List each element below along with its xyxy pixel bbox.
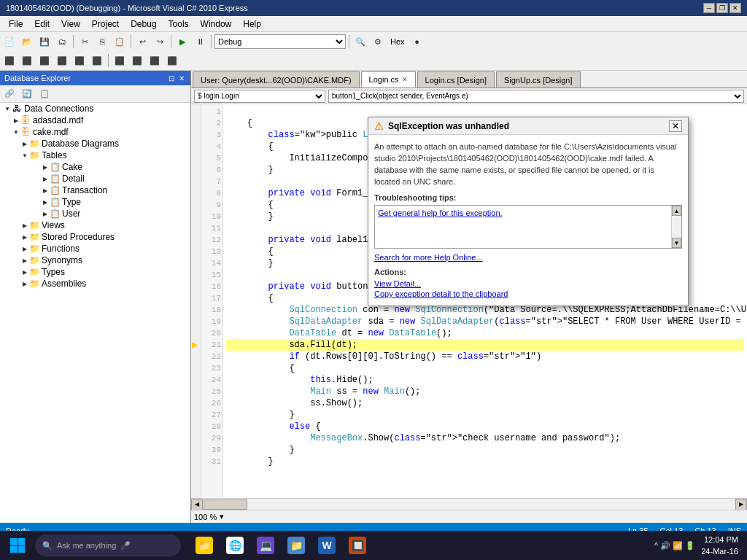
scroll-thumb[interactable] — [204, 499, 247, 510]
pause-btn[interactable]: ⏸ — [192, 34, 208, 50]
copy-exception-link[interactable]: Copy exception detail to the clipboard — [374, 289, 682, 298]
restore-button[interactable]: ❐ — [716, 3, 728, 13]
tb2-4[interactable]: ⬛ — [54, 52, 70, 69]
menu-edit[interactable]: Edit — [28, 18, 55, 31]
tab-query[interactable]: User: Query(deskt...62(OOD)\CAKE.MDF) — [193, 71, 360, 88]
expand-views-icon[interactable]: ▶ — [20, 222, 29, 229]
open-btn[interactable]: 📂 — [19, 34, 35, 50]
scroll-track[interactable] — [203, 499, 735, 510]
scroll-up-btn[interactable]: ▲ — [672, 206, 681, 216]
tree-table-detail[interactable]: ▶ 📋 Detail — [0, 173, 190, 184]
expand-table-transaction-icon[interactable]: ▶ — [41, 187, 50, 194]
expand-table-user-icon[interactable]: ▶ — [41, 211, 50, 217]
tree-table-cake[interactable]: ▶ 📋 Cake — [0, 161, 190, 173]
tb2-2[interactable]: ⬛ — [19, 52, 35, 69]
db-panel-close[interactable]: ✕ — [177, 74, 186, 82]
taskbar-folder2[interactable]: 📁 — [282, 532, 311, 559]
scroll-right-btn[interactable]: ▶ — [735, 499, 747, 510]
search-online-link[interactable]: Search for more Help Online... — [374, 253, 682, 262]
taskbar-app7[interactable]: 🔲 — [343, 532, 372, 559]
expand-diagrams-icon[interactable]: ▶ — [20, 141, 29, 147]
menu-tools[interactable]: Tools — [163, 18, 195, 31]
tab-logincs-close[interactable]: ✕ — [402, 76, 408, 83]
bp-btn[interactable]: ● — [409, 34, 425, 50]
tree-table-transaction[interactable]: ▶ 📋 Transaction — [0, 184, 190, 196]
search-btn[interactable]: 🔍 — [352, 34, 368, 50]
tb2-9[interactable]: ⬛ — [147, 52, 163, 69]
expand-types-icon[interactable]: ▶ — [20, 269, 29, 276]
expand-table-cake-icon[interactable]: ▶ — [41, 164, 50, 171]
menu-view[interactable]: View — [55, 18, 86, 31]
expand-tables-icon[interactable]: ▼ — [20, 152, 29, 159]
gear-btn[interactable]: ⚙ — [370, 34, 386, 50]
tree-stored-procs[interactable]: ▶ 📁 Stored Procedures — [0, 231, 190, 243]
db-refresh-btn[interactable]: 🔄 — [19, 86, 35, 102]
cut-btn[interactable]: ✂ — [77, 34, 93, 50]
expand-adasdad-icon[interactable]: ▶ — [12, 117, 20, 124]
taskbar-vs[interactable]: 💻 — [251, 532, 280, 559]
start-btn[interactable]: ▶ — [174, 34, 190, 50]
taskbar-chrome[interactable]: 🌐 — [220, 532, 249, 559]
redo-btn[interactable]: ↪ — [152, 34, 168, 50]
tree-data-connections[interactable]: ▼ 🖧 Data Connections — [0, 103, 190, 114]
new-btn[interactable]: 📄 — [1, 34, 18, 50]
tb2-3[interactable]: ⬛ — [36, 52, 53, 69]
expand-connections-icon[interactable]: ▼ — [3, 106, 12, 112]
save-btn[interactable]: 💾 — [36, 34, 53, 50]
expand-procs-icon[interactable]: ▶ — [20, 234, 29, 241]
tb2-8[interactable]: ⬛ — [129, 52, 145, 69]
tree-table-user[interactable]: ▶ 📋 User — [0, 208, 190, 219]
paste-btn[interactable]: 📋 — [112, 34, 128, 50]
minimize-button[interactable]: ─ — [703, 3, 715, 13]
tree-types[interactable]: ▶ 📁 Types — [0, 266, 190, 278]
tb2-1[interactable]: ⬛ — [1, 52, 18, 69]
view-detail-link[interactable]: View Detail... — [374, 279, 682, 288]
menu-help[interactable]: Help — [237, 18, 267, 31]
tree-functions[interactable]: ▶ 📁 Functions — [0, 243, 190, 254]
menu-project[interactable]: Project — [86, 18, 125, 31]
menu-file[interactable]: File — [3, 18, 28, 31]
db-props-btn[interactable]: 📋 — [36, 86, 53, 102]
tree-tables[interactable]: ▼ 📁 Tables — [0, 149, 190, 161]
troubleshooting-scroll[interactable]: Get general help for this exception. ▲ ▼ — [374, 205, 682, 249]
expand-functions-icon[interactable]: ▶ — [20, 246, 29, 252]
tree-views[interactable]: ▶ 📁 Views — [0, 219, 190, 231]
zoom-expand-icon[interactable]: ▾ — [220, 512, 224, 521]
scroll-down-btn[interactable]: ▼ — [672, 238, 681, 248]
tree-synonyms[interactable]: ▶ 📁 Synonyms — [0, 254, 190, 266]
expand-synonyms-icon[interactable]: ▶ — [20, 257, 29, 264]
tab-logincs-design[interactable]: Login.cs [Design] — [417, 71, 495, 88]
expand-cake-icon[interactable]: ▼ — [12, 129, 20, 136]
tb2-5[interactable]: ⬛ — [71, 52, 88, 69]
method-selector[interactable]: button1_Click(object sender, EventArgs e… — [328, 90, 744, 103]
taskbar-search[interactable]: 🔍 Ask me anything 🎤 — [35, 534, 181, 556]
menu-debug[interactable]: Debug — [125, 18, 162, 31]
tab-signupcs-design[interactable]: SignUp.cs [Design] — [496, 71, 581, 88]
dialog-close-btn[interactable]: ✕ — [669, 120, 682, 132]
undo-btn[interactable]: ↩ — [134, 34, 150, 50]
tree-assemblies[interactable]: ▶ 📁 Assemblies — [0, 278, 190, 289]
taskbar-file-explorer[interactable]: 📁 — [190, 532, 219, 559]
expand-table-detail-icon[interactable]: ▶ — [41, 176, 50, 182]
taskbar-word[interactable]: W — [312, 532, 341, 559]
horizontal-scrollbar[interactable]: ◀ ▶ — [191, 498, 747, 510]
db-connect-btn[interactable]: 🔗 — [1, 86, 18, 102]
menu-window[interactable]: Window — [195, 18, 238, 31]
tab-logincs[interactable]: Login.cs ✕ — [361, 71, 416, 88]
tb2-7[interactable]: ⬛ — [112, 52, 128, 69]
save-all-btn[interactable]: 🗂 — [54, 34, 70, 50]
close-button[interactable]: ✕ — [729, 3, 741, 13]
copy-btn[interactable]: ⎘ — [94, 34, 110, 50]
tree-cake[interactable]: ▼ 🗄 cake.mdf — [0, 126, 190, 138]
solution-config[interactable]: Debug — [214, 34, 346, 49]
scroll-left-btn[interactable]: ◀ — [191, 499, 203, 510]
expand-assemblies-icon[interactable]: ▶ — [20, 281, 29, 287]
tb2-6[interactable]: ⬛ — [89, 52, 105, 69]
db-panel-float[interactable]: ⊡ — [167, 74, 176, 82]
tb2-10[interactable]: ⬛ — [164, 52, 180, 69]
general-help-link[interactable]: Get general help for this exception. — [378, 209, 503, 217]
class-selector[interactable]: $ login.Login — [194, 90, 325, 103]
tree-db-diagrams[interactable]: ▶ 📁 Database Diagrams — [0, 138, 190, 149]
start-button[interactable] — [3, 532, 32, 559]
tree-table-type[interactable]: ▶ 📋 Type — [0, 196, 190, 208]
